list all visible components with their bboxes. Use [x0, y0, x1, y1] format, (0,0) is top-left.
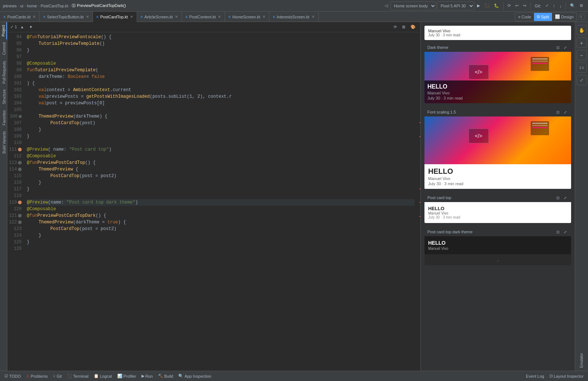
profiler-btn[interactable]: 📊 Profiler	[116, 373, 138, 379]
code-line-100: darkTheme: Boolean = false	[27, 73, 415, 80]
run-up-btn[interactable]: ▲	[18, 24, 26, 30]
pull-requests-label[interactable]: Pull Requests	[0, 58, 7, 87]
git-status-btn[interactable]: ⑂ Git	[51, 373, 63, 379]
hand-tool-btn[interactable]: ✋	[577, 25, 587, 35]
code-line-115: PostCardTop(post = post2)	[27, 173, 415, 179]
font-scaling-expand-btn[interactable]: ⤢	[562, 109, 568, 115]
info-btn[interactable]: i	[578, 14, 585, 20]
code-markers	[417, 32, 420, 371]
dark-theme-save-btn[interactable]: ⊡	[555, 44, 561, 50]
git-push-btn[interactable]: ↑	[551, 3, 557, 9]
app-inspection-btn[interactable]: 🔍 App Inspection	[177, 373, 213, 379]
tab-selecttopic[interactable]: K SelectTopicButton.kt ✕	[40, 12, 93, 22]
breadcrumb-file[interactable]: PostCardTop.kt	[40, 4, 68, 8]
project-panel-label[interactable]: Project	[0, 22, 7, 39]
device-selector[interactable]: Pixel 5 API 30	[437, 1, 474, 10]
terminal-btn[interactable]: ⬛ Terminal	[65, 373, 90, 379]
breadcrumb-home[interactable]: home	[27, 4, 37, 8]
tab-selecttopic-close[interactable]: ✕	[86, 15, 89, 19]
commit-panel-label[interactable]: Commit	[0, 39, 7, 58]
zoom-out-btn[interactable]: −	[577, 50, 587, 60]
refresh-preview-btn[interactable]: ⟳	[392, 24, 399, 30]
sync-btn[interactable]: ⟳	[506, 3, 513, 9]
tab-postcardtop-icon: K	[97, 15, 99, 19]
breadcrumb-jetnews[interactable]: jetnews	[3, 4, 17, 8]
build-variants-label[interactable]: Build Variants	[0, 128, 7, 157]
redo-btn[interactable]: ↪	[521, 3, 528, 9]
run-down-btn[interactable]: ▼	[27, 24, 35, 30]
tab-homescreen-close[interactable]: ✕	[262, 15, 265, 19]
code-line-114: ThemedPreview {	[27, 166, 415, 173]
font-scaling-card-image: </>	[424, 116, 571, 164]
tab-interestsscreen[interactable]: K InterestsScreen.kt ✕	[269, 12, 319, 22]
tab-postcontent[interactable]: K PostContent.kt ✕	[182, 12, 225, 22]
view-toggle: ≡ Code ⧉ Split ⬜ Design	[515, 12, 577, 21]
zoom-reset-btn[interactable]: 1:1	[577, 62, 587, 73]
dark-card-title: HELLO	[427, 83, 568, 90]
fit-screen-btn[interactable]: ⤢	[577, 75, 587, 85]
font-scaling-save-btn[interactable]: ⊡	[555, 109, 561, 115]
todo-label: TODO	[9, 374, 21, 378]
post-card-top-save-btn[interactable]: ⊡	[555, 195, 561, 201]
paint-btn[interactable]: 🎨	[409, 24, 417, 30]
back-btn[interactable]: ◁	[383, 3, 390, 9]
settings-btn[interactable]: ⚙	[578, 3, 585, 9]
grid-view-btn[interactable]: ⊞	[400, 24, 407, 30]
post-card-dark-expand-btn[interactable]: ⤢	[562, 229, 568, 235]
app-inspection-label: App Inspection	[184, 374, 211, 378]
preview-selector[interactable]: Home screen body	[390, 1, 436, 10]
post-card-dark-save-btn[interactable]: ⊡	[555, 229, 561, 235]
run-label: Run	[146, 374, 153, 378]
tab-postcontent-label: PostContent.kt	[189, 15, 216, 19]
tab-postcontent-close[interactable]: ✕	[218, 15, 221, 19]
tab-homescreen[interactable]: K HomeScreen.kt ✕	[225, 12, 269, 22]
code-line-105	[27, 107, 415, 113]
font-scaling-date: July 30 · 3 min read	[428, 181, 567, 186]
favorites-label[interactable]: Favorites	[0, 107, 7, 128]
build-btn[interactable]: 🔨 Build	[157, 373, 175, 379]
code-line-107: PostCardTop(post)	[27, 120, 415, 126]
undo-btn[interactable]: ↩	[513, 3, 520, 9]
run-btn[interactable]: ▶	[475, 3, 482, 9]
emulator-label[interactable]: Emulator	[580, 353, 584, 368]
post-card-top-expand-btn[interactable]: ⤢	[562, 195, 568, 201]
view-design-btn[interactable]: ⬜ Design	[552, 13, 577, 21]
stop-btn[interactable]: ⬛	[483, 3, 491, 9]
left-vertical-panel: Project Commit Pull Requests Structure F…	[0, 22, 7, 371]
git-commit-btn[interactable]: ✓	[544, 3, 551, 9]
profiler-icon: 📊	[117, 374, 122, 378]
tab-article[interactable]: K ArticleScreen.kt ✕	[137, 12, 182, 22]
status-bar: ☑ TODO ⚠ Problems ⑂ Git ⬛ Terminal 📋 Log…	[0, 371, 588, 381]
problems-btn[interactable]: ⚠ Problems	[25, 373, 49, 379]
run-status-btn[interactable]: ▶ Run	[140, 373, 154, 379]
attach-btn[interactable]: 🐛	[492, 3, 501, 9]
breadcrumb-ui[interactable]: ui	[20, 4, 24, 8]
layout-inspector-label: Layout Inspector	[554, 374, 584, 378]
marker-1	[419, 122, 420, 123]
view-split-btn[interactable]: ⧉ Split	[534, 13, 552, 21]
zoom-in-btn[interactable]: +	[577, 37, 587, 48]
tab-postcardtop[interactable]: K PostCardTop.kt ✕	[93, 12, 137, 22]
tab-interestsscreen-close[interactable]: ✕	[312, 15, 315, 19]
tab-article-close[interactable]: ✕	[175, 15, 178, 19]
layout-inspector-btn[interactable]: ⊡ Layout Inspector	[548, 373, 585, 379]
tab-homescreen-icon: K	[229, 15, 231, 19]
event-log-btn[interactable]: Event Log	[524, 373, 546, 379]
sep2	[530, 2, 531, 10]
font-scaling-card-body: </> HELLO Manuel Vivo July 30 · 3 min re…	[424, 116, 571, 189]
dark-theme-expand-btn[interactable]: ⤢	[562, 44, 568, 50]
todo-btn[interactable]: ☑ TODO	[3, 373, 22, 379]
structure-label[interactable]: Structure	[0, 86, 7, 107]
tab-postcards-close[interactable]: ✕	[33, 15, 36, 19]
search-btn[interactable]: 🔍	[568, 3, 577, 9]
git-pull-btn[interactable]: ↓	[558, 3, 564, 9]
tab-postcardtop-close[interactable]: ✕	[130, 15, 133, 19]
code-line-112: @Composable	[27, 153, 415, 159]
view-code-btn[interactable]: ≡ Code	[515, 13, 534, 21]
logcat-btn[interactable]: 📋 Logcat	[92, 373, 114, 379]
breadcrumb-function[interactable]: ⓪ PreviewPostCardTopDark()	[72, 3, 126, 8]
code-lines[interactable]: @fun TutorialPreviewFontscale() { Tutori…	[24, 32, 417, 371]
tab-postcards[interactable]: K PostCards.kt ✕	[0, 12, 40, 22]
scroll-indicator: ⌄	[496, 258, 499, 262]
preview-panel: Manuel Vivo July 30 · 3 min read Dark th…	[420, 22, 575, 371]
